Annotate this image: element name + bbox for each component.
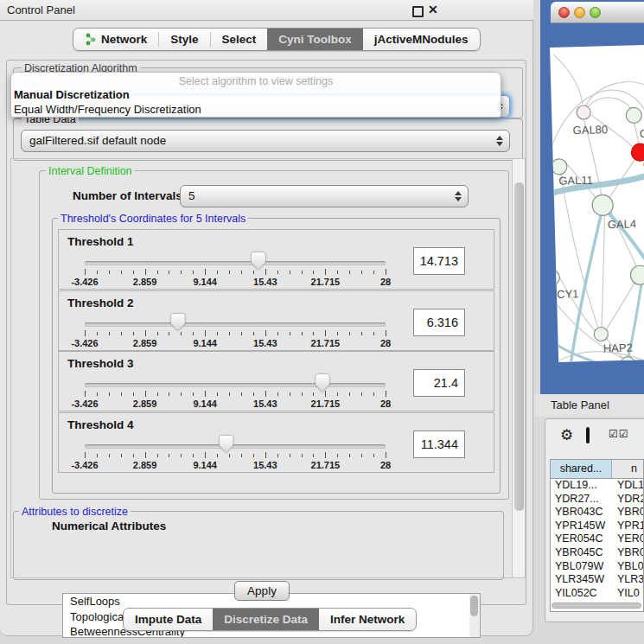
tab-jactivemnodules[interactable]: jActiveMNodules bbox=[363, 29, 480, 50]
tab-impute-data[interactable]: Impute Data bbox=[124, 609, 213, 630]
tick-label: 9.144 bbox=[193, 460, 217, 470]
slider-thumb-shape bbox=[220, 436, 233, 453]
network-node-green[interactable] bbox=[630, 265, 644, 285]
network-edge-highlighted[interactable] bbox=[604, 207, 644, 269]
tick-mark bbox=[325, 391, 326, 397]
table-row[interactable]: YLR345WYLR3 bbox=[551, 573, 643, 587]
tick-mark bbox=[217, 332, 218, 335]
tick-label: 9.144 bbox=[193, 277, 217, 287]
table-cell-shared-name: YIL052C bbox=[551, 587, 611, 601]
table-data-value: galFiltered.sif default node bbox=[29, 134, 166, 147]
table-row[interactable]: YBR045CYBR0 bbox=[551, 546, 643, 560]
tick-mark bbox=[373, 454, 374, 457]
tab-infer-network[interactable]: Infer Network bbox=[319, 609, 416, 630]
network-node-green[interactable] bbox=[626, 107, 641, 123]
slider-thumb[interactable] bbox=[220, 436, 233, 453]
network-node-pink[interactable] bbox=[577, 105, 590, 119]
table-cell-name: YBR0 bbox=[611, 546, 643, 560]
network-node-green[interactable] bbox=[592, 194, 614, 216]
algorithm-option[interactable]: Manual Discretization bbox=[14, 88, 130, 101]
network-edge[interactable] bbox=[634, 123, 640, 143]
table-row[interactable]: YBR043CYBR0 bbox=[551, 506, 643, 520]
list-scrollbar-thumb[interactable] bbox=[470, 596, 478, 616]
network-edge[interactable] bbox=[553, 54, 583, 105]
column-header-name[interactable]: n bbox=[612, 460, 643, 478]
tick-mark bbox=[265, 269, 266, 275]
tick-mark bbox=[97, 454, 98, 457]
tab-network[interactable]: Network bbox=[73, 29, 158, 50]
tick-mark bbox=[169, 271, 169, 274]
slider-track[interactable] bbox=[85, 383, 386, 387]
network-edge[interactable] bbox=[598, 215, 608, 327]
node-label: HAP2 bbox=[603, 341, 633, 355]
threshold-value-field[interactable]: 21.4 bbox=[413, 369, 465, 397]
checkbox-columns-icon[interactable]: ☑☑ bbox=[609, 428, 629, 440]
table-row[interactable]: YPR145WYPR1 bbox=[551, 520, 643, 533]
tab-style[interactable]: Style bbox=[159, 29, 209, 50]
slider-thumb[interactable] bbox=[252, 252, 265, 270]
horizontal-scrollbar-thumb[interactable] bbox=[552, 603, 641, 609]
tick-label: 21.715 bbox=[311, 277, 341, 287]
tick-mark bbox=[349, 392, 350, 396]
slider-thumb[interactable] bbox=[171, 314, 185, 331]
table-row[interactable]: YIL052CYIL0 bbox=[551, 587, 643, 601]
threshold-value-field[interactable]: 6.316 bbox=[413, 309, 465, 336]
tick-mark bbox=[373, 271, 374, 274]
zoom-traffic-light-icon[interactable] bbox=[590, 7, 601, 18]
node-attribute-table[interactable]: shared... n YDL19...YDL1YDR27...YDR2YBR0… bbox=[550, 459, 644, 612]
table-data-combo[interactable]: galFiltered.sif default node bbox=[21, 130, 510, 152]
interval-definition-group: Interval Definition Number of Intervals … bbox=[39, 170, 509, 500]
threshold-value-field[interactable]: 11.344 bbox=[413, 430, 465, 458]
slider-thumb[interactable] bbox=[316, 374, 329, 392]
threshold-label: Threshold 3 bbox=[67, 357, 134, 370]
combo-spinner-icon bbox=[496, 135, 503, 147]
tick-mark bbox=[133, 392, 134, 396]
slider-track[interactable] bbox=[85, 444, 386, 449]
node-label: G. bbox=[640, 127, 644, 140]
gear-icon[interactable]: ⚙ bbox=[560, 426, 573, 444]
slider-track[interactable] bbox=[85, 322, 386, 327]
tab-select[interactable]: Select bbox=[211, 29, 268, 50]
interval-definition-title: Interval Definition bbox=[46, 166, 135, 177]
tab-discretize-data[interactable]: Discretize Data bbox=[213, 609, 319, 630]
tick-mark bbox=[145, 330, 146, 336]
table-row[interactable]: YER054CYER0 bbox=[551, 532, 643, 546]
tick-mark bbox=[157, 332, 158, 335]
close-traffic-light-icon[interactable] bbox=[558, 7, 570, 18]
tick-mark bbox=[386, 269, 386, 275]
tick-mark bbox=[313, 454, 314, 457]
tick-mark bbox=[290, 392, 290, 396]
list-scrollbar[interactable] bbox=[469, 594, 480, 637]
threshold-row: Threshold 1-3.4262.8599.14415.4321.71528… bbox=[58, 229, 494, 290]
float-window-icon[interactable] bbox=[412, 6, 424, 17]
node-label: GAL80 bbox=[573, 123, 609, 137]
minimize-traffic-light-icon[interactable] bbox=[574, 7, 585, 18]
number-of-intervals-combo[interactable]: 5 bbox=[180, 185, 469, 207]
close-icon[interactable]: ✕ bbox=[428, 3, 438, 16]
tick-mark bbox=[133, 271, 134, 274]
network-node-green[interactable] bbox=[552, 159, 567, 175]
tab-label: Network bbox=[101, 33, 147, 46]
tick-mark bbox=[217, 392, 218, 396]
table-row[interactable]: YDL19...YDL1 bbox=[551, 479, 643, 493]
threshold-value-field[interactable]: 14.713 bbox=[413, 247, 465, 275]
slider-track[interactable] bbox=[85, 261, 386, 265]
table-row[interactable]: YBL079WYBL0 bbox=[551, 560, 643, 574]
network-canvas[interactable]: GAL80G.CGAL11GAL4GCY1HHAP2 bbox=[550, 45, 644, 362]
tick-mark bbox=[349, 454, 350, 457]
tick-mark bbox=[349, 271, 350, 274]
network-edge[interactable] bbox=[605, 282, 636, 329]
vertical-scrollbar[interactable] bbox=[512, 158, 526, 578]
algorithm-option[interactable]: Equal Width/Frequency Discretization bbox=[14, 103, 201, 116]
tick-mark bbox=[193, 454, 194, 457]
network-edge[interactable] bbox=[589, 97, 631, 111]
apply-button[interactable]: Apply bbox=[234, 581, 290, 601]
tick-mark bbox=[337, 392, 338, 396]
column-header-shared-name[interactable]: shared... bbox=[551, 460, 612, 478]
tab-cyni-toolbox[interactable]: Cyni Toolbox bbox=[267, 29, 363, 50]
table-row[interactable]: YDR27...YDR2 bbox=[551, 493, 643, 507]
network-node-green[interactable] bbox=[594, 327, 608, 341]
split-table-icon[interactable] bbox=[586, 427, 590, 443]
vertical-scrollbar-thumb[interactable] bbox=[514, 182, 524, 511]
tick-label: -3.426 bbox=[71, 460, 98, 470]
